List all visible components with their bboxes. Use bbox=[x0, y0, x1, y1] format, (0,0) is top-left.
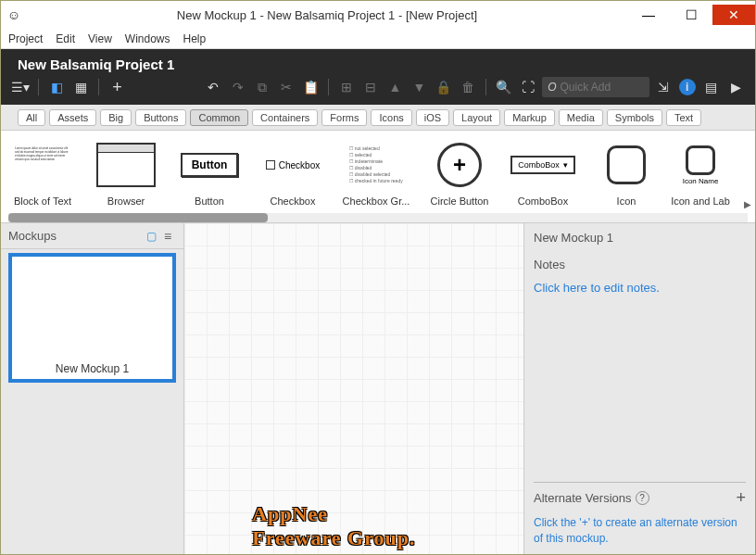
cut-icon[interactable]: ✂ bbox=[276, 76, 296, 98]
cat-markup[interactable]: Markup bbox=[504, 109, 555, 126]
play-icon[interactable]: ▶ bbox=[725, 76, 746, 98]
info-icon[interactable]: i bbox=[677, 76, 698, 98]
add-alternate-button[interactable]: + bbox=[736, 488, 746, 508]
inspector-panel: New Mockup 1 Notes Click here to edit no… bbox=[523, 223, 755, 554]
menubar: Project Edit View Windows Help bbox=[1, 29, 755, 49]
cat-containers[interactable]: Containers bbox=[252, 109, 318, 126]
component-icon[interactable]: Icon bbox=[585, 136, 668, 222]
panel-toggle-icon[interactable]: ◧ bbox=[46, 76, 67, 98]
bring-front-icon[interactable]: ▲ bbox=[384, 76, 405, 98]
component-browser[interactable]: Browser bbox=[84, 136, 168, 222]
component-checkbox-group[interactable]: not selectedselectedindeterminate disabl… bbox=[334, 136, 418, 222]
component-shelf: Lorem ipsum dolor sit amet consectetur e… bbox=[1, 131, 755, 223]
sidebar-list-icon[interactable]: ≡ bbox=[159, 229, 176, 244]
cat-buttons[interactable]: Buttons bbox=[135, 109, 186, 126]
mockup-thumbnail[interactable]: New Mockup 1 bbox=[8, 253, 176, 383]
maximize-button[interactable]: ☐ bbox=[670, 5, 712, 25]
shelf-scrollbar[interactable] bbox=[8, 213, 748, 222]
quick-add-prefix: O bbox=[548, 81, 556, 94]
cat-text[interactable]: Text bbox=[666, 109, 701, 126]
window-title: New Mockup 1 - New Balsamiq Project 1 - … bbox=[27, 8, 627, 22]
close-button[interactable]: ✕ bbox=[712, 5, 755, 25]
component-combobox[interactable]: ComboBox▾ ComboBox bbox=[501, 136, 585, 222]
group-icon[interactable]: ⊞ bbox=[336, 76, 357, 98]
app-icon: ☺ bbox=[1, 7, 27, 22]
menu-edit[interactable]: Edit bbox=[56, 32, 75, 45]
add-icon[interactable]: + bbox=[107, 76, 127, 98]
cat-all[interactable]: All bbox=[18, 109, 45, 126]
quick-add-input[interactable] bbox=[561, 81, 644, 94]
delete-icon[interactable]: 🗑 bbox=[458, 76, 478, 98]
project-title: New Balsamiq Project 1 bbox=[10, 53, 746, 74]
menu-help[interactable]: Help bbox=[183, 32, 207, 45]
send-back-icon[interactable]: ▼ bbox=[409, 76, 429, 98]
component-circle-button[interactable]: + Circle Button bbox=[418, 136, 501, 222]
cat-symbols[interactable]: Symbols bbox=[607, 109, 662, 126]
component-checkbox[interactable]: Checkbox Checkbox bbox=[251, 136, 334, 222]
grid-view-icon[interactable]: ▦ bbox=[70, 76, 91, 98]
category-bar: All Assets Big Buttons Common Containers… bbox=[1, 105, 755, 131]
watermark: AppNee Freeware Group. bbox=[252, 502, 422, 550]
lock-icon[interactable]: 🔒 bbox=[434, 76, 454, 98]
minimize-button[interactable]: — bbox=[627, 5, 670, 25]
undo-icon[interactable]: ↶ bbox=[203, 76, 223, 98]
component-button[interactable]: Button Button bbox=[168, 136, 251, 222]
cat-ios[interactable]: iOS bbox=[416, 109, 449, 126]
list-icon[interactable]: ▤ bbox=[701, 76, 722, 98]
zoom-icon[interactable]: ⛶ bbox=[518, 76, 538, 98]
cat-layout[interactable]: Layout bbox=[453, 109, 500, 126]
toolbar: ☰▾ ◧ ▦ + ↶ ↷ ⧉ ✂ 📋 ⊞ ⊟ ▲ ▼ 🔒 🗑 🔍 ⛶ O bbox=[10, 74, 746, 100]
share-icon[interactable]: ⇲ bbox=[653, 76, 674, 98]
sidebar-title: Mockups bbox=[8, 229, 143, 243]
component-icon-and-label[interactable]: Icon Name Icon and Lab bbox=[668, 136, 733, 222]
search-icon[interactable]: 🔍 bbox=[494, 76, 514, 98]
cat-common[interactable]: Common bbox=[190, 109, 248, 126]
paste-icon[interactable]: 📋 bbox=[300, 76, 321, 98]
notes-label: Notes bbox=[534, 258, 746, 271]
quick-add-box[interactable]: O bbox=[542, 77, 649, 97]
menu-project[interactable]: Project bbox=[8, 32, 43, 45]
alternate-placeholder[interactable]: Click the '+' to create an alternate ver… bbox=[534, 515, 746, 547]
alternate-versions-label: Alternate Versions bbox=[534, 491, 632, 505]
menu-windows[interactable]: Windows bbox=[125, 32, 170, 45]
mockups-sidebar: Mockups ▢ ≡ New Mockup 1 bbox=[1, 223, 184, 554]
cat-forms[interactable]: Forms bbox=[321, 109, 367, 126]
notes-placeholder[interactable]: Click here to edit notes. bbox=[534, 281, 746, 295]
cat-icons[interactable]: Icons bbox=[371, 109, 411, 126]
cat-media[interactable]: Media bbox=[559, 109, 603, 126]
help-icon[interactable]: ? bbox=[636, 491, 649, 505]
component-block-of-text[interactable]: Lorem ipsum dolor sit amet consectetur e… bbox=[1, 136, 84, 222]
copy-icon[interactable]: ⧉ bbox=[252, 76, 272, 98]
ungroup-icon[interactable]: ⊟ bbox=[360, 76, 381, 98]
hamburger-menu-icon[interactable]: ☰▾ bbox=[10, 76, 31, 98]
sidebar-view-icon[interactable]: ▢ bbox=[143, 230, 159, 243]
redo-icon[interactable]: ↷ bbox=[227, 76, 247, 98]
cat-assets[interactable]: Assets bbox=[49, 109, 96, 126]
mockup-thumb-label: New Mockup 1 bbox=[12, 359, 172, 379]
inspector-title: New Mockup 1 bbox=[534, 231, 746, 245]
menu-view[interactable]: View bbox=[88, 32, 112, 45]
canvas[interactable]: AppNee Freeware Group. bbox=[184, 223, 523, 554]
titlebar: ☺ New Mockup 1 - New Balsamiq Project 1 … bbox=[1, 1, 755, 29]
cat-big[interactable]: Big bbox=[100, 109, 132, 126]
shelf-scroll-right-icon[interactable]: ▶ bbox=[744, 199, 751, 209]
